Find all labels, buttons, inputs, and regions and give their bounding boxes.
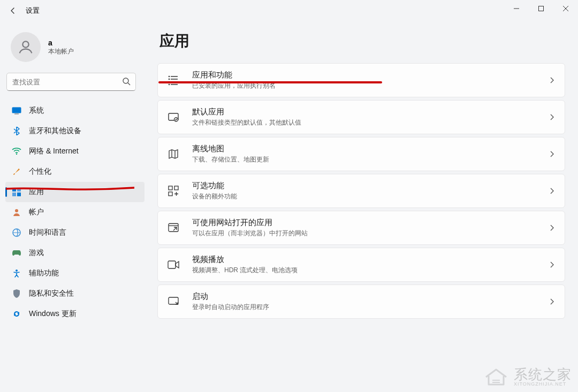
chevron-right-icon xyxy=(549,114,555,120)
nav: 系统 蓝牙和其他设备 网络 & Internet 个性化 应用 帐户 xyxy=(5,101,144,324)
window-title: 设置 xyxy=(26,6,40,16)
card-subtitle: 设备的额外功能 xyxy=(192,192,549,201)
sidebar-item-label: 时间和语言 xyxy=(29,228,66,237)
card-subtitle: 登录时自动启动的应用程序 xyxy=(192,303,549,312)
card-subtitle: 可以在应用（而非浏览器）中打开的网站 xyxy=(192,229,549,238)
card-optional-features[interactable]: 可选功能设备的额外功能 xyxy=(157,174,565,208)
main: 应用 应用和功能已安装的应用，应用执行别名 默认应用文件和链接类型的默认值，其他… xyxy=(150,21,578,392)
globe-clock-icon xyxy=(12,228,21,237)
sidebar-item-label: 系统 xyxy=(29,106,44,116)
svg-point-5 xyxy=(16,153,17,155)
svg-rect-20 xyxy=(174,186,178,190)
sidebar-item-windows-update[interactable]: Windows 更新 xyxy=(5,304,144,324)
sidebar-item-apps[interactable]: 应用 xyxy=(5,182,144,202)
close-button[interactable] xyxy=(553,0,578,17)
grid-plus-icon xyxy=(168,185,179,197)
svg-point-13 xyxy=(169,76,170,78)
sidebar-item-label: 个性化 xyxy=(29,167,51,176)
update-icon xyxy=(12,309,21,319)
card-video-playback[interactable]: 视频播放视频调整、HDR 流式处理、电池选项 xyxy=(157,248,565,282)
sidebar-item-label: Windows 更新 xyxy=(29,309,77,319)
profile-name: a xyxy=(48,39,74,47)
person-icon xyxy=(12,207,21,217)
page-title: 应用 xyxy=(159,31,565,51)
chevron-right-icon xyxy=(549,77,555,83)
card-title: 可使用网站打开的应用 xyxy=(192,218,549,228)
svg-rect-8 xyxy=(12,193,16,196)
sidebar-item-label: 隐私和安全性 xyxy=(29,289,74,298)
sidebar-item-label: 游戏 xyxy=(29,248,44,258)
defaults-icon xyxy=(168,111,179,123)
svg-rect-0 xyxy=(539,6,544,11)
sidebar-item-accounts[interactable]: 帐户 xyxy=(5,202,144,222)
search-input[interactable] xyxy=(6,73,136,91)
shield-icon xyxy=(12,289,21,298)
brush-icon xyxy=(12,167,21,176)
svg-point-12 xyxy=(16,270,18,272)
back-button[interactable] xyxy=(4,2,21,19)
card-default-apps[interactable]: 默认应用文件和链接类型的默认值，其他默认值 xyxy=(157,100,565,134)
card-offline-maps[interactable]: 离线地图下载、存储位置、地图更新 xyxy=(157,137,565,171)
svg-rect-6 xyxy=(12,188,16,191)
card-subtitle: 下载、存储位置、地图更新 xyxy=(192,155,549,164)
sidebar-item-time-language[interactable]: 时间和语言 xyxy=(5,222,144,243)
svg-rect-23 xyxy=(168,261,176,268)
svg-rect-4 xyxy=(14,114,19,114)
svg-point-10 xyxy=(15,209,18,212)
map-icon xyxy=(168,148,179,160)
card-title: 离线地图 xyxy=(192,144,549,154)
svg-point-15 xyxy=(169,81,170,83)
card-title: 默认应用 xyxy=(192,107,549,117)
sidebar-item-bluetooth[interactable]: 蓝牙和其他设备 xyxy=(5,121,144,141)
search-icon xyxy=(122,77,131,86)
svg-rect-3 xyxy=(12,107,21,113)
sidebar-item-personalization[interactable]: 个性化 xyxy=(5,162,144,182)
svg-rect-19 xyxy=(169,186,172,190)
card-title: 启动 xyxy=(192,291,549,302)
card-title: 可选功能 xyxy=(192,181,549,191)
window-link-icon xyxy=(168,222,179,234)
svg-point-2 xyxy=(123,78,128,83)
wifi-icon xyxy=(12,147,21,156)
chevron-right-icon xyxy=(549,188,555,194)
video-icon xyxy=(168,259,179,271)
card-subtitle: 已安装的应用，应用执行别名 xyxy=(192,81,549,90)
maximize-button[interactable] xyxy=(529,0,553,17)
bluetooth-icon xyxy=(12,126,21,136)
sidebar-item-privacy[interactable]: 隐私和安全性 xyxy=(5,283,144,304)
card-apps-features[interactable]: 应用和功能已安装的应用，应用执行别名 xyxy=(157,63,565,97)
card-subtitle: 文件和链接类型的默认值，其他默认值 xyxy=(192,118,549,127)
card-title: 应用和功能 xyxy=(192,70,549,80)
svg-rect-7 xyxy=(17,188,21,191)
profile-subtitle: 本地帐户 xyxy=(48,47,74,56)
svg-point-16 xyxy=(169,84,170,86)
card-startup[interactable]: 启动登录时自动启动的应用程序 xyxy=(157,285,565,319)
list-icon xyxy=(168,74,179,86)
system-icon xyxy=(12,106,21,116)
apps-icon xyxy=(12,187,21,197)
sidebar-item-gaming[interactable]: 游戏 xyxy=(5,243,144,263)
sidebar-item-label: 蓝牙和其他设备 xyxy=(29,126,81,136)
accessibility-icon xyxy=(12,268,21,278)
sidebar-item-network[interactable]: 网络 & Internet xyxy=(5,141,144,162)
startup-icon xyxy=(168,296,179,308)
card-subtitle: 视频调整、HDR 流式处理、电池选项 xyxy=(192,266,549,275)
avatar xyxy=(11,32,41,62)
card-apps-for-websites[interactable]: 可使用网站打开的应用可以在应用（而非浏览器）中打开的网站 xyxy=(157,211,565,245)
chevron-right-icon xyxy=(549,225,555,231)
sidebar-item-label: 辅助功能 xyxy=(29,268,59,278)
sidebar-item-label: 应用 xyxy=(29,187,44,197)
sidebar-item-label: 帐户 xyxy=(29,207,44,217)
minimize-button[interactable] xyxy=(504,0,529,17)
sidebar-item-accessibility[interactable]: 辅助功能 xyxy=(5,263,144,283)
chevron-right-icon xyxy=(549,151,555,157)
svg-point-1 xyxy=(22,41,28,47)
sidebar: a 本地帐户 系统 蓝牙和其他设备 网络 & Internet xyxy=(0,21,150,392)
chevron-right-icon xyxy=(549,262,555,268)
chevron-right-icon xyxy=(549,298,555,305)
sidebar-item-system[interactable]: 系统 xyxy=(5,101,144,121)
sidebar-item-label: 网络 & Internet xyxy=(29,147,79,156)
card-title: 视频播放 xyxy=(192,255,549,265)
profile[interactable]: a 本地帐户 xyxy=(5,27,144,70)
gaming-icon xyxy=(12,248,21,258)
